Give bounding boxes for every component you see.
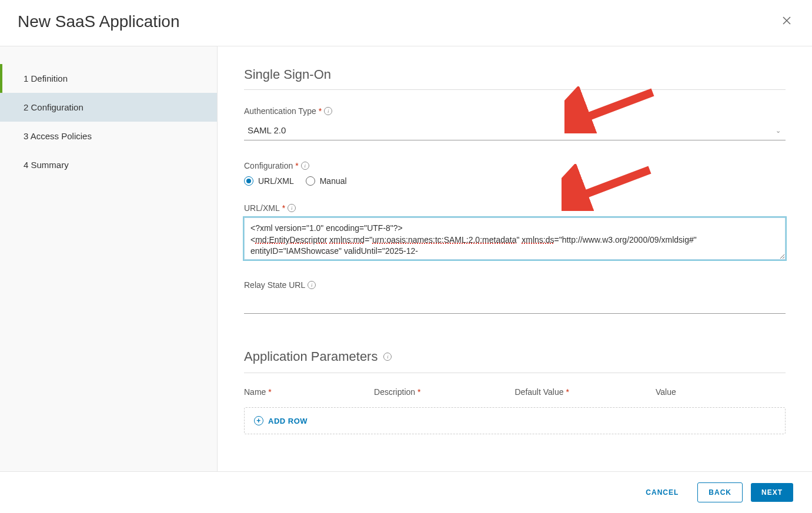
urlxml-label: URL/XML * i (244, 203, 786, 213)
required-marker: * (295, 161, 298, 170)
close-button[interactable] (779, 12, 794, 31)
wizard-step-definition[interactable]: 1 Definition (0, 64, 217, 93)
radio-icon (244, 176, 253, 186)
required-marker: * (319, 106, 322, 116)
info-icon[interactable]: i (288, 204, 296, 212)
params-title-text: Application Parameters (244, 349, 377, 364)
auth-type-label: Authentication Type * i (244, 106, 786, 116)
radio-manual-label: Manual (320, 176, 347, 186)
col-default-value: Default Value (514, 387, 563, 397)
col-name: Name (244, 387, 266, 397)
params-header-row: Name * Description * Default Value * Val… (244, 384, 786, 407)
wizard-sidebar: 1 Definition 2 Configuration 3 Access Po… (0, 46, 218, 471)
radio-urlxml-label: URL/XML (258, 176, 294, 186)
radio-manual[interactable]: Manual (306, 176, 347, 186)
required-marker: * (282, 203, 285, 213)
relay-label: Relay State URL i (244, 280, 786, 290)
relay-label-text: Relay State URL (244, 280, 305, 290)
add-row-button[interactable]: + ADD ROW (244, 407, 786, 434)
config-label-text: Configuration (244, 161, 293, 170)
page-title: New SaaS Application (18, 12, 180, 31)
info-icon[interactable]: i (308, 281, 316, 289)
wizard-step-access-policies[interactable]: 3 Access Policies (0, 122, 217, 150)
required-marker: * (417, 387, 420, 397)
wizard-step-configuration[interactable]: 2 Configuration (0, 93, 217, 122)
col-description: Description (374, 387, 415, 397)
required-marker: * (566, 387, 569, 397)
sso-section-title: Single Sign-On (244, 67, 786, 90)
config-label: Configuration * i (244, 161, 786, 170)
annotation-arrow (564, 86, 659, 133)
urlxml-textarea[interactable]: <?xml version="1.0" encoding="UTF-8"?><m… (244, 217, 786, 260)
col-value: Value (656, 387, 676, 397)
svg-line-3 (572, 170, 650, 199)
close-icon (782, 16, 791, 25)
info-icon[interactable]: i (301, 162, 309, 170)
back-button[interactable]: BACK (697, 482, 743, 502)
plus-circle-icon: + (254, 416, 263, 425)
auth-type-label-text: Authentication Type (244, 106, 316, 116)
add-row-label: ADD ROW (268, 417, 308, 425)
urlxml-label-text: URL/XML (244, 203, 280, 213)
info-icon[interactable]: i (324, 107, 332, 115)
next-button[interactable]: NEXT (751, 483, 793, 502)
required-marker: * (268, 387, 271, 397)
radio-urlxml[interactable]: URL/XML (244, 176, 294, 186)
radio-icon (306, 176, 315, 186)
svg-line-1 (575, 92, 653, 122)
wizard-step-summary[interactable]: 4 Summary (0, 150, 217, 179)
relay-state-input[interactable] (244, 294, 786, 314)
cancel-button[interactable]: CANCEL (635, 483, 689, 502)
auth-type-select[interactable]: SAML 2.0 (244, 120, 786, 140)
params-section-title: Application Parameters i (244, 349, 786, 373)
annotation-arrow (562, 164, 656, 211)
info-icon[interactable]: i (383, 353, 392, 361)
